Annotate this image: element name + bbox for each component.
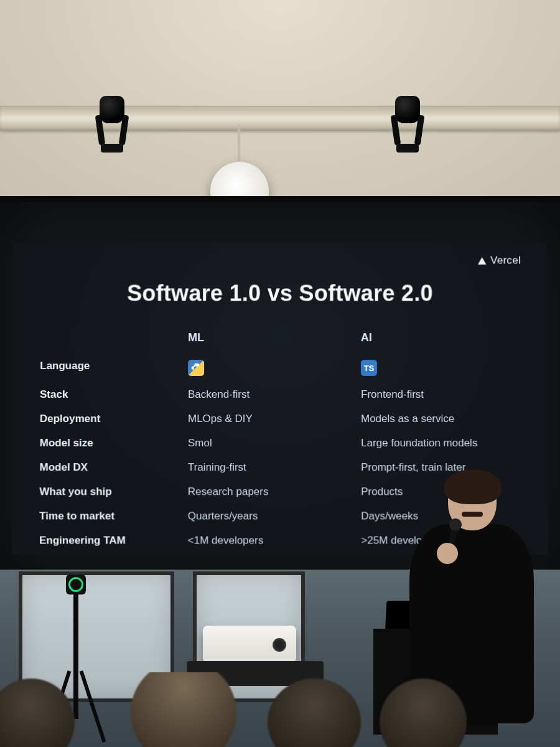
stage-light-right bbox=[383, 93, 432, 153]
row-label-model-size: Model size bbox=[40, 437, 177, 449]
cell-ai-stack: Frontend-first bbox=[361, 388, 535, 401]
brand-badge: Vercel bbox=[477, 255, 521, 267]
stage-light-left bbox=[87, 93, 137, 153]
row-label-engineering-tam: Engineering TAM bbox=[39, 534, 177, 547]
cell-ml-deployment: MLOps & DIY bbox=[188, 413, 350, 425]
cell-ml-stack: Backend-first bbox=[188, 388, 350, 401]
cell-ml-language bbox=[188, 360, 350, 377]
cell-ml-model-size: Smol bbox=[188, 437, 350, 449]
row-label-time-to-market: Time to market bbox=[39, 510, 177, 522]
crown-molding bbox=[0, 106, 560, 131]
brand-name: Vercel bbox=[490, 255, 521, 267]
cell-ml-model-dx: Training-first bbox=[188, 461, 350, 474]
cell-ai-language: TS bbox=[361, 360, 535, 377]
table-header-ml: ML bbox=[188, 331, 350, 348]
slide-title: Software 1.0 vs Software 2.0 bbox=[40, 280, 520, 306]
cell-ml-tam: <1M developers bbox=[188, 534, 350, 547]
photo-scene: Vercel Software 1.0 vs Software 2.0 . ML… bbox=[0, 0, 560, 747]
camera-icon bbox=[66, 575, 86, 594]
vercel-logo-icon bbox=[477, 256, 487, 265]
cell-ai-deployment: Models as a service bbox=[361, 413, 535, 425]
svg-marker-0 bbox=[478, 257, 487, 265]
cell-ai-model-size: Large foundation models bbox=[361, 437, 535, 449]
row-label-deployment: Deployment bbox=[40, 413, 177, 425]
audience bbox=[0, 672, 560, 747]
ceiling bbox=[0, 0, 560, 196]
row-label-what-you-ship: What you ship bbox=[39, 486, 176, 498]
typescript-icon: TS bbox=[361, 360, 377, 376]
projector-unit bbox=[203, 626, 296, 663]
cell-ml-ttm: Quarters/years bbox=[188, 510, 350, 522]
cell-ml-ship: Research papers bbox=[188, 486, 350, 498]
row-label-stack: Stack bbox=[40, 388, 177, 401]
table-header-ai: AI bbox=[361, 331, 535, 348]
row-label-language: Language bbox=[40, 360, 177, 377]
row-label-model-dx: Model DX bbox=[39, 461, 176, 474]
python-icon bbox=[188, 360, 204, 376]
cell-ai-model-dx: Prompt-first, train later bbox=[361, 461, 535, 474]
